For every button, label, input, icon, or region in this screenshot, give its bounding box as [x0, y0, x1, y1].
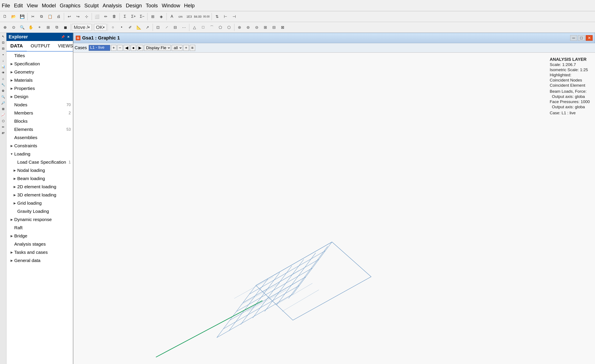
menu-edit[interactable]: Edit [14, 3, 23, 9]
tab-data[interactable]: DATA [7, 41, 27, 52]
target-button[interactable]: ⌖ [35, 23, 43, 31]
toolbar-minus-button[interactable]: − [117, 45, 123, 51]
menu-help[interactable]: Help [184, 3, 195, 9]
sum2-button[interactable]: Σ+ [129, 13, 138, 21]
open-button[interactable]: 📂 [9, 13, 18, 21]
sum-button[interactable]: Σ [121, 13, 129, 21]
icon-tools[interactable]: 🔧 [0, 82, 6, 88]
tree-item-tasks[interactable]: ▶ Tasks and cases [7, 248, 73, 256]
member-button[interactable]: ⟋ [163, 23, 171, 31]
toolbar-nav3[interactable]: ▶ [137, 45, 143, 51]
menu-sculpt[interactable]: Sculpt [84, 3, 99, 9]
tri-button[interactable]: △ [191, 23, 199, 31]
menu-design[interactable]: Design [126, 3, 142, 9]
tree-item-dynamic[interactable]: ▶ Dynamic response [7, 215, 73, 224]
beam-button[interactable]: ⊟ [171, 23, 179, 31]
geo5-button[interactable]: ⊞ [261, 23, 269, 31]
tree-item-raft[interactable]: Raft [7, 224, 73, 232]
select-button[interactable]: ⬜ [93, 13, 101, 21]
tree-item-beam-loading[interactable]: ▶ Beam loading [7, 175, 73, 183]
explorer-pin-button[interactable]: 📌 [60, 35, 65, 39]
tree-item-general[interactable]: ▶ General data [7, 256, 73, 265]
display-button[interactable]: ◈ [157, 13, 165, 21]
icon-search[interactable]: 🔍 [0, 94, 6, 100]
tree-item-materials[interactable]: ▶ Materials [7, 76, 73, 84]
paste-button[interactable]: 📋 [46, 13, 54, 21]
all-select[interactable]: all [172, 45, 183, 51]
shape-button[interactable]: ⬠ [216, 23, 225, 31]
icon-section[interactable]: ▪ [0, 52, 6, 57]
more1-button[interactable]: ⊣ [230, 13, 238, 21]
toolbar-extra2[interactable]: ≡ [190, 45, 195, 51]
num3-button[interactable]: 00.00 [202, 13, 211, 21]
draw-button[interactable]: ✏ [102, 13, 110, 21]
move-button[interactable]: Move / ▾ [72, 24, 92, 31]
arrow2-button[interactable]: ↗ [143, 23, 152, 31]
ruler-button[interactable]: 📐 [135, 23, 143, 31]
icon-element[interactable]: ⊟ [0, 46, 6, 51]
copy-button[interactable]: ⧉ [37, 13, 45, 21]
tree-item-nodal-loading[interactable]: ▶ Nodal loading [7, 166, 73, 175]
menu-model[interactable]: Model [42, 3, 56, 9]
tree-item-assemblies[interactable]: Assemblies [7, 133, 73, 142]
filter-button[interactable]: ⊢ [221, 13, 230, 21]
tree-item-titles[interactable]: Titles [7, 52, 73, 60]
icon-view[interactable]: 👁 [0, 70, 6, 76]
menu-tools[interactable]: Tools [146, 3, 158, 9]
geo4-button[interactable]: ⊝ [253, 23, 261, 31]
tree-item-properties[interactable]: ▶ Properties [7, 84, 73, 92]
graphic-canvas[interactable]: ANALYSIS LAYER Scale: 1:206.7 Isometric … [73, 53, 595, 364]
maximize-button[interactable]: □ [578, 35, 585, 41]
tree-item-grid-loading[interactable]: ▶ Grid loading [7, 199, 73, 207]
snap-button[interactable]: ⊹ [82, 13, 91, 21]
geo6-button[interactable]: ⊟ [270, 23, 278, 31]
close-button[interactable]: ✕ [586, 35, 593, 41]
spring-button[interactable]: ⋯ [180, 23, 188, 31]
tree-item-gravity-loading[interactable]: Gravity Loading [7, 207, 73, 215]
geo7-button[interactable]: ⊠ [279, 23, 287, 31]
solid-button[interactable]: ⬡ [225, 23, 233, 31]
snap2-button[interactable]: ⊙ [9, 23, 18, 31]
tree-item-members[interactable]: Members 2 [7, 109, 73, 117]
save-button[interactable]: 💾 [18, 13, 26, 21]
tree-item-constraints[interactable]: ▶ Constraints [7, 142, 73, 150]
explorer-close-button[interactable]: ✕ [66, 35, 71, 39]
tree-item-blocks[interactable]: Blocks [7, 117, 73, 125]
menu-analysis[interactable]: Analysis [103, 3, 122, 9]
render-button[interactable]: ◼ [61, 23, 70, 31]
sum3-button[interactable]: Σ− [138, 13, 146, 21]
tree-item-analysis-stages[interactable]: Analysis stages [7, 240, 73, 248]
menu-graphics[interactable]: Graphics [60, 3, 80, 9]
ok-button[interactable]: OK ▾ [94, 24, 106, 31]
pan-button[interactable]: ✋ [27, 23, 35, 31]
tab-output[interactable]: OUTPUT [27, 41, 54, 52]
icon-load[interactable]: ↓ [0, 58, 6, 63]
tree-item-specification[interactable]: ▶ Specification [7, 60, 73, 68]
toolbar-plus-button[interactable]: + [111, 45, 116, 51]
icon-node[interactable]: ⊡ [0, 40, 6, 45]
tree-item-geometry[interactable]: ▶ Geometry [7, 68, 73, 76]
tree-item-loading[interactable]: ▼ Loading [7, 150, 73, 158]
display-select[interactable]: Display Fle [144, 45, 171, 51]
geo3-button[interactable]: ⊜ [244, 23, 252, 31]
menu-view[interactable]: View [27, 3, 38, 9]
tree-item-2d-loading[interactable]: ▶ 2D element loading [7, 183, 73, 191]
layer2-button[interactable]: ⧉ [53, 23, 61, 31]
tree-item-nodes[interactable]: Nodes 70 [7, 101, 73, 109]
icon-3d[interactable]: ⬡ [0, 118, 6, 124]
undo-button[interactable]: ↩ [65, 13, 73, 21]
layers-button[interactable]: ⊞ [149, 13, 157, 21]
icon-edit[interactable]: ✏ [0, 124, 6, 130]
new-button[interactable]: 🗋 [1, 13, 9, 21]
curve-button[interactable]: ⌒ [208, 23, 216, 31]
icon-cursor[interactable]: ↖ [0, 34, 6, 39]
menu-window[interactable]: Window [162, 3, 180, 9]
text-button[interactable]: A [168, 13, 176, 21]
tree-item-elements[interactable]: Elements 53 [7, 125, 73, 133]
mag-button[interactable]: 🔍 [18, 23, 26, 31]
sort-button[interactable]: ⇅ [213, 13, 221, 21]
print-button[interactable]: 🖨 [55, 13, 63, 21]
toolbar-nav2[interactable]: ● [131, 45, 136, 51]
num1-button[interactable]: 1E3 [185, 13, 193, 21]
erase-button[interactable]: 🗑 [110, 13, 118, 21]
